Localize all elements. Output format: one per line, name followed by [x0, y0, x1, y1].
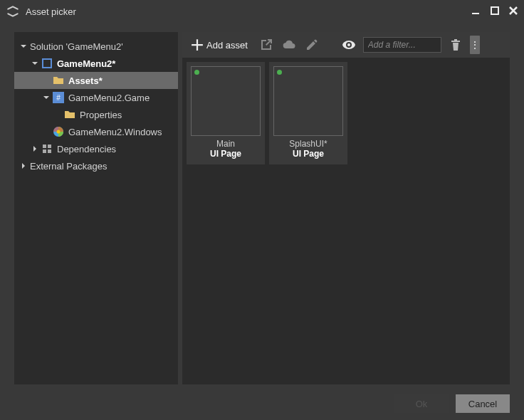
status-dot-icon [277, 70, 282, 75]
svg-rect-3 [43, 60, 51, 67]
folder-icon [53, 75, 64, 86]
dialog-footer: Ok Cancel [394, 394, 510, 413]
tree-assets[interactable]: Assets* [14, 72, 178, 89]
ok-button[interactable]: Ok [394, 394, 449, 413]
tree-label: Dependencies [57, 144, 116, 154]
tree-game[interactable]: # GameMenu2.Game [14, 89, 178, 106]
minimize-button[interactable] [471, 6, 481, 17]
asset-name: Main [216, 139, 235, 149]
tree-project[interactable]: GameMenu2* [14, 55, 178, 72]
close-button[interactable] [508, 6, 518, 17]
folder-icon [64, 109, 75, 120]
tree-label: GameMenu2.Windows [68, 127, 162, 137]
solution-tree: Solution 'GameMenu2' GameMenu2* Assets* … [14, 32, 178, 384]
app-icon [6, 4, 20, 19]
asset-thumbnail [191, 66, 261, 136]
dependencies-icon [41, 143, 53, 154]
asset-type: UI Page [210, 149, 241, 159]
svg-rect-0 [472, 13, 479, 14]
tree-label: Solution 'GameMenu2' [30, 41, 123, 52]
add-asset-label: Add asset [206, 40, 248, 51]
windows-icon [53, 126, 64, 137]
tree-windows[interactable]: GameMenu2.Windows [14, 123, 178, 140]
trash-icon[interactable] [447, 36, 464, 53]
cloud-icon[interactable] [281, 36, 298, 53]
tree-properties[interactable]: Properties [14, 106, 178, 123]
asset-thumbnail [273, 66, 343, 136]
tree-external[interactable]: External Packages [14, 157, 178, 174]
asset-card[interactable]: SplashUI* UI Page [269, 62, 347, 164]
assets-panel: Add asset ⋮ Main UI Page SplashUI* UI Pa… [182, 32, 510, 384]
project-icon [41, 58, 53, 69]
tree-dependencies[interactable]: Dependencies [14, 140, 178, 157]
chevron-right-icon [30, 144, 40, 154]
visibility-icon[interactable] [340, 36, 357, 53]
tree-label: Assets* [68, 75, 103, 86]
svg-rect-10 [43, 149, 46, 153]
status-dot-icon [194, 70, 199, 75]
chevron-down-icon [41, 93, 51, 103]
svg-rect-1 [491, 7, 498, 14]
edit-icon[interactable] [303, 36, 320, 53]
asset-type: UI Page [293, 149, 324, 159]
tree-label: GameMenu2* [57, 58, 115, 69]
csharp-icon: # [53, 92, 64, 103]
tree-label: Properties [80, 110, 122, 120]
svg-text:#: # [56, 94, 61, 102]
titlebar: Asset picker [0, 0, 524, 23]
tree-solution[interactable]: Solution 'GameMenu2' [14, 38, 178, 55]
svg-rect-11 [48, 149, 51, 153]
maximize-button[interactable] [490, 6, 500, 17]
chevron-down-icon [19, 41, 28, 51]
more-button[interactable]: ⋮ [470, 36, 480, 54]
asset-name: SplashUI* [289, 139, 327, 149]
chevron-down-icon [30, 58, 40, 68]
assets-grid: Main UI Page SplashUI* UI Page [182, 58, 510, 384]
cancel-button[interactable]: Cancel [456, 394, 510, 413]
window-title: Asset picker [26, 6, 471, 17]
asset-card[interactable]: Main UI Page [187, 62, 265, 164]
svg-rect-9 [48, 145, 51, 148]
tree-label: External Packages [30, 161, 107, 172]
add-asset-button[interactable]: Add asset [187, 36, 252, 54]
assets-toolbar: Add asset ⋮ [182, 32, 510, 58]
svg-rect-8 [43, 145, 46, 148]
chevron-right-icon [19, 161, 28, 171]
tree-label: GameMenu2.Game [68, 93, 150, 103]
svg-point-7 [57, 130, 61, 134]
import-icon[interactable] [258, 36, 275, 53]
filter-input[interactable] [363, 37, 441, 53]
